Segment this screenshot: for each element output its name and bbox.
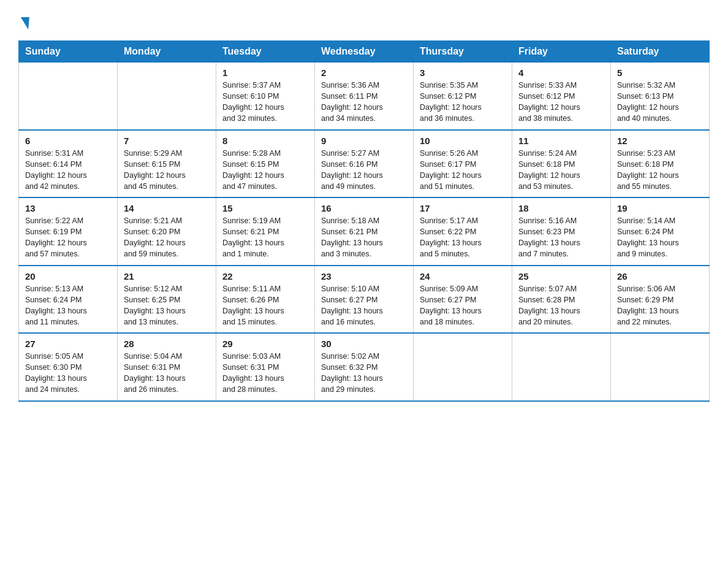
day-detail: Sunrise: 5:14 AMSunset: 6:24 PMDaylight:… bbox=[617, 215, 703, 260]
day-number: 18 bbox=[518, 203, 604, 213]
calendar-cell: 10Sunrise: 5:26 AMSunset: 6:17 PMDayligh… bbox=[414, 130, 512, 198]
calendar-cell: 4Sunrise: 5:33 AMSunset: 6:12 PMDaylight… bbox=[512, 63, 611, 130]
day-detail: Sunrise: 5:02 AMSunset: 6:32 PMDaylight:… bbox=[321, 351, 407, 396]
day-number: 12 bbox=[617, 136, 703, 146]
day-detail: Sunrise: 5:11 AMSunset: 6:26 PMDaylight:… bbox=[222, 283, 308, 328]
day-detail: Sunrise: 5:23 AMSunset: 6:18 PMDaylight:… bbox=[617, 148, 703, 193]
day-number: 10 bbox=[420, 136, 506, 146]
day-number: 27 bbox=[25, 339, 111, 349]
col-saturday: Saturday bbox=[611, 41, 710, 63]
day-detail: Sunrise: 5:19 AMSunset: 6:21 PMDaylight:… bbox=[222, 215, 308, 260]
logo-triangle-icon bbox=[20, 17, 29, 29]
day-detail: Sunrise: 5:29 AMSunset: 6:15 PMDaylight:… bbox=[124, 148, 210, 193]
day-number: 4 bbox=[518, 67, 604, 78]
day-detail: Sunrise: 5:27 AMSunset: 6:16 PMDaylight:… bbox=[321, 148, 407, 193]
calendar-cell: 17Sunrise: 5:17 AMSunset: 6:22 PMDayligh… bbox=[414, 197, 512, 266]
day-detail: Sunrise: 5:37 AMSunset: 6:10 PMDaylight:… bbox=[222, 80, 308, 124]
calendar-cell: 2Sunrise: 5:36 AMSunset: 6:11 PMDaylight… bbox=[315, 63, 414, 130]
day-number: 5 bbox=[617, 67, 703, 78]
day-detail: Sunrise: 5:28 AMSunset: 6:15 PMDaylight:… bbox=[222, 148, 308, 193]
day-detail: Sunrise: 5:04 AMSunset: 6:31 PMDaylight:… bbox=[124, 351, 210, 396]
calendar-cell: 21Sunrise: 5:12 AMSunset: 6:25 PMDayligh… bbox=[118, 266, 216, 334]
calendar-cell: 7Sunrise: 5:29 AMSunset: 6:15 PMDaylight… bbox=[118, 130, 216, 198]
day-number: 21 bbox=[124, 271, 210, 282]
day-detail: Sunrise: 5:18 AMSunset: 6:21 PMDaylight:… bbox=[321, 215, 407, 260]
day-detail: Sunrise: 5:24 AMSunset: 6:18 PMDaylight:… bbox=[518, 148, 604, 193]
day-detail: Sunrise: 5:10 AMSunset: 6:27 PMDaylight:… bbox=[321, 283, 407, 328]
calendar-cell: 30Sunrise: 5:02 AMSunset: 6:32 PMDayligh… bbox=[315, 333, 414, 401]
day-number: 23 bbox=[321, 271, 407, 282]
week-row-4: 20Sunrise: 5:13 AMSunset: 6:24 PMDayligh… bbox=[19, 266, 710, 334]
col-thursday: Thursday bbox=[414, 41, 512, 63]
day-detail: Sunrise: 5:12 AMSunset: 6:25 PMDaylight:… bbox=[124, 283, 210, 328]
calendar-cell: 11Sunrise: 5:24 AMSunset: 6:18 PMDayligh… bbox=[512, 130, 611, 198]
logo bbox=[18, 12, 29, 29]
page-header bbox=[18, 12, 710, 29]
day-number: 2 bbox=[321, 67, 407, 78]
day-detail: Sunrise: 5:07 AMSunset: 6:28 PMDaylight:… bbox=[518, 283, 604, 328]
calendar-table: Sunday Monday Tuesday Wednesday Thursday… bbox=[18, 40, 710, 402]
calendar-cell: 14Sunrise: 5:21 AMSunset: 6:20 PMDayligh… bbox=[118, 197, 216, 266]
day-number: 15 bbox=[222, 203, 308, 213]
calendar-cell: 18Sunrise: 5:16 AMSunset: 6:23 PMDayligh… bbox=[512, 197, 611, 266]
calendar-cell: 3Sunrise: 5:35 AMSunset: 6:12 PMDaylight… bbox=[414, 63, 512, 130]
day-detail: Sunrise: 5:09 AMSunset: 6:27 PMDaylight:… bbox=[420, 283, 506, 328]
day-detail: Sunrise: 5:31 AMSunset: 6:14 PMDaylight:… bbox=[25, 148, 111, 193]
day-detail: Sunrise: 5:06 AMSunset: 6:29 PMDaylight:… bbox=[617, 283, 703, 328]
day-detail: Sunrise: 5:26 AMSunset: 6:17 PMDaylight:… bbox=[420, 148, 506, 193]
day-detail: Sunrise: 5:05 AMSunset: 6:30 PMDaylight:… bbox=[25, 351, 111, 396]
calendar-cell: 27Sunrise: 5:05 AMSunset: 6:30 PMDayligh… bbox=[19, 333, 118, 401]
week-row-3: 13Sunrise: 5:22 AMSunset: 6:19 PMDayligh… bbox=[19, 197, 710, 266]
col-sunday: Sunday bbox=[19, 41, 118, 63]
day-detail: Sunrise: 5:33 AMSunset: 6:12 PMDaylight:… bbox=[518, 80, 604, 124]
day-number: 30 bbox=[321, 339, 407, 349]
calendar-cell: 16Sunrise: 5:18 AMSunset: 6:21 PMDayligh… bbox=[315, 197, 414, 266]
calendar-cell: 12Sunrise: 5:23 AMSunset: 6:18 PMDayligh… bbox=[611, 130, 710, 198]
day-detail: Sunrise: 5:17 AMSunset: 6:22 PMDaylight:… bbox=[420, 215, 506, 260]
calendar-cell: 28Sunrise: 5:04 AMSunset: 6:31 PMDayligh… bbox=[118, 333, 216, 401]
calendar-cell: 8Sunrise: 5:28 AMSunset: 6:15 PMDaylight… bbox=[216, 130, 315, 198]
calendar-cell bbox=[512, 333, 611, 401]
day-number: 6 bbox=[25, 136, 111, 146]
day-number: 22 bbox=[222, 271, 308, 282]
week-row-1: 1Sunrise: 5:37 AMSunset: 6:10 PMDaylight… bbox=[19, 63, 710, 130]
day-detail: Sunrise: 5:35 AMSunset: 6:12 PMDaylight:… bbox=[420, 80, 506, 124]
week-row-5: 27Sunrise: 5:05 AMSunset: 6:30 PMDayligh… bbox=[19, 333, 710, 401]
calendar-cell bbox=[19, 63, 118, 130]
day-number: 29 bbox=[222, 339, 308, 349]
calendar-header: Sunday Monday Tuesday Wednesday Thursday… bbox=[19, 41, 710, 63]
calendar-cell bbox=[118, 63, 216, 130]
day-number: 8 bbox=[222, 136, 308, 146]
day-detail: Sunrise: 5:21 AMSunset: 6:20 PMDaylight:… bbox=[124, 215, 210, 260]
calendar-body: 1Sunrise: 5:37 AMSunset: 6:10 PMDaylight… bbox=[19, 63, 710, 401]
day-number: 28 bbox=[124, 339, 210, 349]
day-number: 9 bbox=[321, 136, 407, 146]
day-detail: Sunrise: 5:36 AMSunset: 6:11 PMDaylight:… bbox=[321, 80, 407, 124]
day-number: 11 bbox=[518, 136, 604, 146]
day-number: 13 bbox=[25, 203, 111, 213]
calendar-cell: 29Sunrise: 5:03 AMSunset: 6:31 PMDayligh… bbox=[216, 333, 315, 401]
day-number: 17 bbox=[420, 203, 506, 213]
calendar-cell: 26Sunrise: 5:06 AMSunset: 6:29 PMDayligh… bbox=[611, 266, 710, 334]
day-detail: Sunrise: 5:16 AMSunset: 6:23 PMDaylight:… bbox=[518, 215, 604, 260]
calendar-cell: 13Sunrise: 5:22 AMSunset: 6:19 PMDayligh… bbox=[19, 197, 118, 266]
day-number: 16 bbox=[321, 203, 407, 213]
calendar-cell: 22Sunrise: 5:11 AMSunset: 6:26 PMDayligh… bbox=[216, 266, 315, 334]
day-number: 1 bbox=[222, 67, 308, 78]
day-detail: Sunrise: 5:03 AMSunset: 6:31 PMDaylight:… bbox=[222, 351, 308, 396]
col-tuesday: Tuesday bbox=[216, 41, 315, 63]
day-number: 19 bbox=[617, 203, 703, 213]
calendar-cell: 24Sunrise: 5:09 AMSunset: 6:27 PMDayligh… bbox=[414, 266, 512, 334]
col-wednesday: Wednesday bbox=[315, 41, 414, 63]
calendar-cell: 9Sunrise: 5:27 AMSunset: 6:16 PMDaylight… bbox=[315, 130, 414, 198]
day-detail: Sunrise: 5:22 AMSunset: 6:19 PMDaylight:… bbox=[25, 215, 111, 260]
day-number: 7 bbox=[124, 136, 210, 146]
day-detail: Sunrise: 5:32 AMSunset: 6:13 PMDaylight:… bbox=[617, 80, 703, 124]
calendar-cell bbox=[414, 333, 512, 401]
calendar-cell: 19Sunrise: 5:14 AMSunset: 6:24 PMDayligh… bbox=[611, 197, 710, 266]
calendar-cell: 1Sunrise: 5:37 AMSunset: 6:10 PMDaylight… bbox=[216, 63, 315, 130]
header-row: Sunday Monday Tuesday Wednesday Thursday… bbox=[19, 41, 710, 63]
calendar-cell: 20Sunrise: 5:13 AMSunset: 6:24 PMDayligh… bbox=[19, 266, 118, 334]
col-monday: Monday bbox=[118, 41, 216, 63]
calendar-cell: 25Sunrise: 5:07 AMSunset: 6:28 PMDayligh… bbox=[512, 266, 611, 334]
